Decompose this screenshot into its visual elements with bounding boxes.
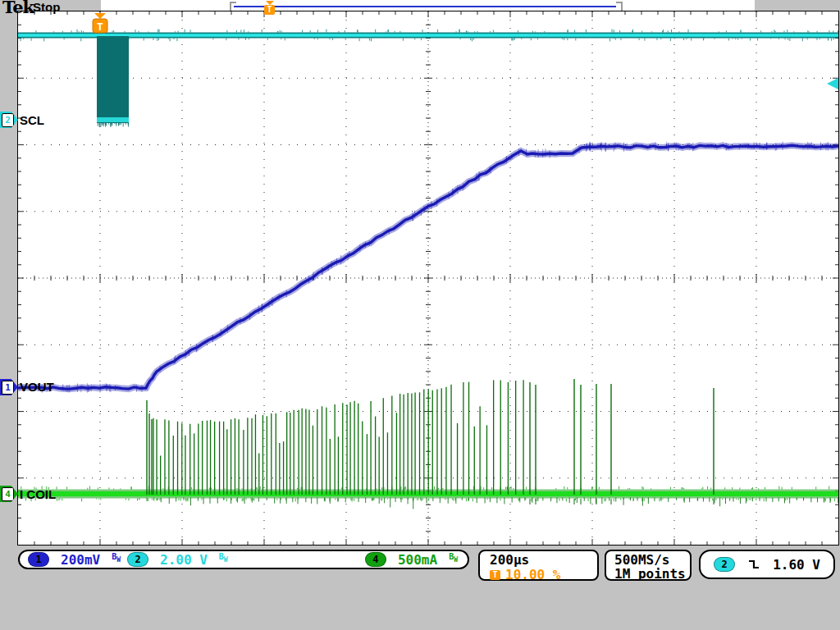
channel-2-position-tag[interactable]: 2	[0, 112, 18, 128]
falling-edge-icon	[748, 559, 761, 570]
channel-readouts-box: 1 200mV BW 2 2.00 V BW 4 500mA BW	[18, 550, 469, 569]
ch4-readout[interactable]: 4 500mA BW	[365, 552, 458, 568]
ch1-bandwidth-icon: BW	[112, 552, 121, 564]
ch2-badge: 2	[127, 552, 148, 567]
ch4-scale: 500mA	[398, 552, 437, 568]
trigger-position-marker-icon[interactable]: T	[264, 1, 275, 15]
trigger-t-icon: T	[490, 570, 500, 580]
scope-screen: { "header": { "brand": "Tek", "status": …	[0, 0, 840, 630]
trace-label-scl: SCL	[20, 113, 44, 127]
timebase-readout-box[interactable]: 200µs T 10.00 %	[478, 550, 599, 581]
trace-label-icoil: I COIL	[20, 487, 56, 501]
trigger-source-badge: 2	[714, 557, 735, 572]
channel-4-position-tag[interactable]: 4	[0, 486, 18, 502]
ch1-badge: 1	[28, 552, 49, 567]
ch1-scale: 200mV	[61, 552, 100, 568]
ch2-scale: 2.00 V	[160, 552, 208, 568]
trigger-readout-box[interactable]: 2 1.60 V	[699, 550, 835, 579]
tek-logo: Tek	[2, 0, 34, 17]
trigger-position-percent: 10.00 %	[505, 568, 560, 582]
ch4-bandwidth-icon: BW	[449, 552, 458, 564]
ch4-badge: 4	[365, 552, 386, 567]
record-length: 1M points	[614, 567, 690, 581]
ch1-readout[interactable]: 1 200mV BW	[28, 552, 121, 568]
trigger-level-value: 1.60 V	[773, 557, 820, 573]
svg-text:T: T	[97, 21, 103, 33]
waveform-svg: T	[18, 11, 838, 545]
timebase-scale: 200µs	[490, 553, 597, 567]
sample-rate: 500MS/s	[614, 553, 690, 567]
acquisition-status-label: Stop	[33, 0, 60, 14]
trace-label-vout: VOUT	[20, 380, 54, 394]
ch2-readout[interactable]: 2 2.00 V BW	[127, 552, 228, 568]
ch2-bandwidth-icon: BW	[219, 552, 228, 564]
graticule: T SCL VOUT I COIL	[18, 11, 838, 545]
acquisition-readout-box[interactable]: 500MS/s 1M points	[605, 550, 692, 581]
channel-1-position-tag[interactable]: 1	[0, 379, 18, 395]
record-position-line	[234, 6, 616, 7]
